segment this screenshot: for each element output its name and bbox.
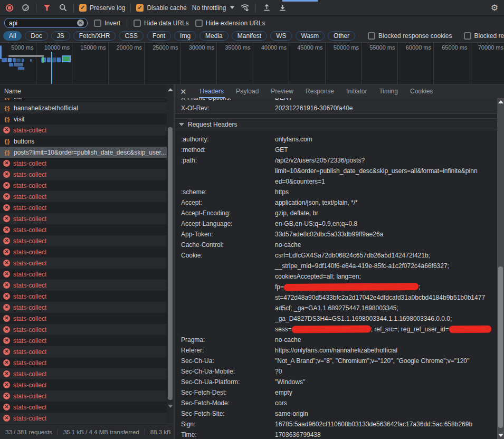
request-row[interactable]: ✕stats-collect <box>0 291 167 302</box>
request-headers-section-header[interactable]: Request Headers <box>175 118 497 130</box>
export-har-button[interactable] <box>277 3 288 13</box>
filter-chip-doc[interactable]: Doc <box>25 31 47 41</box>
request-row[interactable]: ✕stats-collect <box>0 302 167 313</box>
details-scrollbar[interactable] <box>497 98 504 439</box>
request-row[interactable]: ✕stats-collect <box>0 125 167 136</box>
header-value: https <box>275 187 497 197</box>
request-row[interactable]: ✕stats-collect <box>0 158 167 169</box>
request-row[interactable]: ✕stats-collect <box>0 324 167 335</box>
invert-filter-toggle[interactable]: Invert <box>94 20 120 27</box>
tab-response[interactable]: Response <box>306 84 334 98</box>
scroll-down-icon[interactable] <box>498 434 503 437</box>
devtools-settings-button[interactable]: ⚙ <box>489 3 500 13</box>
request-row[interactable]: ✕stats-collect <box>0 257 167 269</box>
request-row[interactable]: ✕stats-collect <box>0 280 167 291</box>
chevron-down-icon <box>230 6 234 9</box>
tab-preview[interactable]: Preview <box>271 84 293 98</box>
request-row[interactable]: ✕stats-collect <box>0 169 167 180</box>
close-details-icon[interactable]: ✕ <box>180 88 187 96</box>
request-row[interactable]: ✕stats-collect <box>0 235 167 246</box>
request-name: stats-collect <box>13 404 46 411</box>
request-row[interactable]: {:}hannahelizabethofficial <box>0 102 167 113</box>
request-row[interactable]: {:}buttons <box>0 136 167 147</box>
tab-timing[interactable]: Timing <box>379 84 398 98</box>
scrollbar-thumb[interactable] <box>168 127 173 400</box>
network-overview-timeline[interactable]: 5000 ms10000 ms15000 ms20000 ms25000 ms3… <box>0 43 504 84</box>
record-network-log-button[interactable] <box>4 3 15 13</box>
filter-chip-fetch-xhr[interactable]: Fetch/XHR <box>73 31 116 41</box>
scroll-up-icon[interactable] <box>498 100 503 103</box>
throttling-dropdown[interactable]: No throttling <box>192 4 235 12</box>
request-headers-list: :authority:onlyfans.com:method:GET:path:… <box>175 130 497 439</box>
checkbox-unchecked-icon <box>368 32 375 40</box>
filter-chip-wasm[interactable]: Wasm <box>296 31 325 41</box>
request-failed-icon: ✕ <box>3 348 10 355</box>
request-row[interactable]: ✕stats-collect <box>0 335 167 346</box>
filter-chip-css[interactable]: CSS <box>119 31 144 41</box>
filter-chip-all[interactable]: All <box>3 31 22 41</box>
request-name: stats-collect <box>13 326 46 333</box>
resource-type-filter-row: AllDocJSFetch/XHRCSSFontImgMediaManifest… <box>0 30 504 43</box>
header-row: :path:/api2/v2/users/20572336/posts?limi… <box>175 155 497 187</box>
hide-extension-urls-toggle[interactable]: Hide extension URLs <box>195 20 265 27</box>
request-row[interactable]: {:}init <box>0 98 167 102</box>
request-row[interactable]: ✕stats-collect <box>0 357 167 368</box>
header-name: Accept-Language: <box>175 218 275 229</box>
request-row[interactable]: ✕stats-collect <box>0 402 167 413</box>
filter-toggle-button[interactable] <box>42 3 52 13</box>
request-row[interactable]: ✕stats-collect <box>0 202 167 213</box>
network-conditions-button[interactable] <box>240 3 250 13</box>
scroll-up-icon[interactable] <box>168 88 173 91</box>
header-value-line: csrf=LdfcGX4Sa72db06824c657db26a5d142472… <box>275 250 497 261</box>
request-row[interactable]: ✕stats-collect <box>0 269 167 280</box>
search-button[interactable] <box>58 3 68 13</box>
blocked-requests-toggle[interactable]: Blocked requests <box>464 32 504 40</box>
tab-headers[interactable]: Headers <box>200 84 224 98</box>
header-row: Sec-Ch-Ua:"Not_A Brand";v="8", "Chromium… <box>175 356 497 366</box>
request-failed-icon: ✕ <box>3 127 10 133</box>
request-row[interactable]: ✕stats-collect <box>0 191 167 202</box>
request-row[interactable]: ✕stats-collect <box>0 313 167 324</box>
request-row[interactable]: ✕stats-collect <box>0 213 167 224</box>
filter-chip-font[interactable]: Font <box>147 31 171 41</box>
request-row[interactable]: {:}posts?limit=10&order=publish_date_des… <box>0 147 167 158</box>
hide-data-urls-toggle[interactable]: Hide data URLs <box>134 20 189 27</box>
request-row[interactable]: {:}visit <box>0 113 167 125</box>
tab-initiator[interactable]: Initiator <box>346 84 367 98</box>
filter-input[interactable] <box>9 20 75 27</box>
name-column-header[interactable]: Name <box>0 84 174 98</box>
filter-chip-manifest[interactable]: Manifest <box>232 31 267 41</box>
filter-chip-js[interactable]: JS <box>51 31 70 41</box>
overview-drag-handle[interactable] <box>0 45 2 59</box>
clear-network-log-button[interactable] <box>20 3 31 13</box>
checkbox-unchecked-icon <box>134 20 141 27</box>
scroll-down-icon[interactable] <box>168 405 173 408</box>
preserve-log-toggle[interactable]: Preserve log <box>79 4 125 12</box>
blocked-response-cookies-toggle[interactable]: Blocked response cookies <box>368 32 452 40</box>
filter-chip-img[interactable]: Img <box>174 31 196 41</box>
clear-filter-icon[interactable]: ✕ <box>77 20 84 26</box>
header-value: ?0 <box>275 366 497 377</box>
tab-cookies[interactable]: Cookies <box>410 84 433 98</box>
request-failed-icon: ✕ <box>3 160 10 167</box>
tab-payload[interactable]: Payload <box>236 84 259 98</box>
filter-chip-media[interactable]: Media <box>199 31 229 41</box>
header-value-line: fp=; <box>275 282 497 292</box>
request-row[interactable]: ✕stats-collect <box>0 180 167 191</box>
filter-chip-ws[interactable]: WS <box>270 31 292 41</box>
request-name: stats-collect <box>13 237 46 245</box>
request-headers-title: Request Headers <box>188 119 237 130</box>
request-list-scrollbar[interactable] <box>167 84 174 425</box>
disable-cache-toggle[interactable]: Disable cache <box>136 4 186 12</box>
request-row[interactable]: ✕stats-collect <box>0 224 167 235</box>
request-row[interactable]: ✕stats-collect <box>0 413 167 424</box>
request-row[interactable]: ✕stats-collect <box>0 390 167 402</box>
scrollbar-thumb[interactable] <box>498 266 503 428</box>
filter-chip-other[interactable]: Other <box>328 31 355 41</box>
request-row[interactable]: ✕stats-collect <box>0 246 167 257</box>
request-row[interactable]: ✕stats-collect <box>0 368 167 379</box>
header-name: Time: <box>175 430 275 439</box>
request-row[interactable]: ✕stats-collect <box>0 346 167 357</box>
request-row[interactable]: ✕stats-collect <box>0 379 167 390</box>
import-har-button[interactable] <box>261 3 272 13</box>
